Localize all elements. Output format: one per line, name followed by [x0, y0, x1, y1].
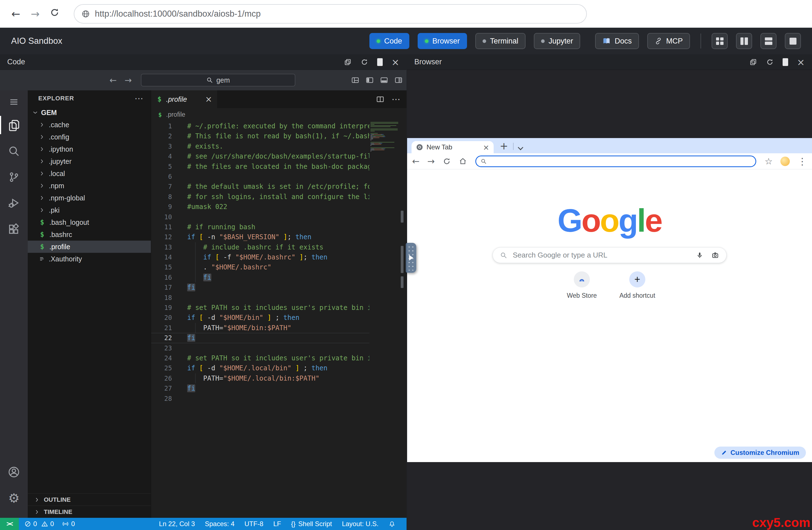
code-line-22[interactable]: 22fi [151, 333, 369, 343]
duplicate-panel-icon[interactable] [749, 58, 757, 66]
sidebar-item-run-debug[interactable] [0, 190, 28, 216]
code-line-21[interactable]: 21 PATH="$HOME/bin:$PATH" [151, 323, 369, 333]
tree-item-gem[interactable]: GEM [28, 106, 151, 119]
problems-status[interactable]: 0 0 [25, 520, 54, 528]
code-line-27[interactable]: 27fi [151, 383, 369, 393]
code-line-23[interactable]: 23 [151, 343, 369, 353]
toggle-secondary-sidebar-icon[interactable] [394, 76, 403, 84]
code-line-11[interactable]: 11# if running bash [151, 222, 369, 232]
code-line-28[interactable]: 28 [151, 394, 369, 403]
tab-code[interactable]: Code [369, 33, 409, 49]
code-line-25[interactable]: 25if [ -d "$HOME/.local/bin" ] ; then [151, 363, 369, 373]
code-line-8[interactable]: 8# for ssh logins, install and configure… [151, 192, 369, 202]
omnibox[interactable] [475, 156, 756, 167]
new-tab-plus-icon[interactable]: + [500, 141, 508, 151]
tree-item-npm[interactable]: .npm [28, 180, 151, 192]
browser-forward-icon[interactable]: → [427, 156, 435, 166]
history-back-icon[interactable]: ← [110, 75, 117, 85]
command-search-box[interactable]: gem [141, 74, 295, 87]
sidebar-item-explorer[interactable] [0, 112, 28, 138]
scrollbar-mark[interactable] [401, 211, 404, 223]
layout-rows-button[interactable] [760, 33, 777, 49]
tree-item-cache[interactable]: .cache [28, 119, 151, 131]
remote-indicator[interactable]: >< [0, 518, 19, 530]
code-line-1[interactable]: 1# ~/.profile: executed by the command i… [151, 121, 369, 131]
close-panel-icon[interactable]: × [797, 57, 805, 67]
cursor-position[interactable]: Ln 22, Col 3 [159, 520, 195, 528]
section-outline[interactable]: OUTLINE [28, 494, 151, 505]
scrollbar-mark[interactable] [401, 246, 404, 273]
tree-item-npm-global[interactable]: .npm-global [28, 192, 151, 204]
code-line-3[interactable]: 3# exists. [151, 142, 369, 151]
google-search-box[interactable] [493, 247, 727, 263]
back-icon[interactable]: ← [10, 8, 22, 20]
settings-gear-icon[interactable]: ⚙ [0, 485, 28, 511]
layout-single-button[interactable] [785, 33, 801, 49]
omnibox-input[interactable] [490, 157, 751, 165]
tree-item-bashrc[interactable]: $.bashrc [28, 229, 151, 240]
profile-avatar[interactable] [780, 157, 790, 166]
code-line-12[interactable]: 12if [ -n "$BASH_VERSION" ]; then [151, 232, 369, 242]
address-bar[interactable]: http://localhost:10000/sandbox/aiosb-1/m… [74, 4, 587, 24]
code-line-2[interactable]: 2# This file is not read by bash(1), if … [151, 131, 369, 141]
browser-back-icon[interactable]: ← [412, 156, 420, 166]
tab-close-icon[interactable]: × [205, 95, 212, 103]
code-line-26[interactable]: 26 PATH="$HOME/.local/bin:$PATH" [151, 373, 369, 383]
code-line-14[interactable]: 14 if [ -f "$HOME/.bashrc" ]; then [151, 252, 369, 262]
ports-status[interactable]: 0 [62, 520, 75, 528]
code-line-13[interactable]: 13 # include .bashrc if it exists [151, 242, 369, 252]
lens-camera-icon[interactable] [711, 251, 719, 259]
history-forward-icon[interactable]: → [125, 75, 132, 85]
tab-browser[interactable]: Browser [418, 33, 467, 49]
refresh-panel-icon[interactable] [361, 58, 368, 66]
voice-search-mic-icon[interactable] [696, 251, 704, 259]
customize-chromium-button[interactable]: Customize Chromium [714, 446, 806, 459]
code-line-19[interactable]: 19# set PATH so it includes user's priva… [151, 303, 369, 313]
code-line-16[interactable]: 16 fi [151, 273, 369, 282]
section-timeline[interactable]: TIMELINE [28, 505, 151, 518]
customize-layout-icon[interactable] [351, 76, 359, 84]
tab-terminal[interactable]: Terminal [475, 33, 525, 49]
code-line-7[interactable]: 7# the default umask is set in /etc/prof… [151, 181, 369, 192]
scrollbar-mark[interactable] [401, 276, 404, 288]
duplicate-panel-icon[interactable] [344, 58, 352, 66]
editor-tab-profile[interactable]: $ .profile × [151, 90, 217, 108]
tree-item-profile[interactable]: $.profile [28, 240, 151, 253]
code-line-5[interactable]: 5# the files are located in the bash-doc… [151, 162, 369, 172]
maximize-panel-icon[interactable] [783, 58, 788, 66]
indentation[interactable]: Spaces: 4 [205, 520, 235, 528]
chromium-tab-new-tab[interactable]: New Tab × [411, 141, 494, 153]
sidebar-item-source-control[interactable] [0, 164, 28, 190]
shortcut-add-shortcut[interactable]: +Add shortcut [619, 271, 655, 299]
mcp-button[interactable]: MCP [647, 33, 690, 49]
split-editor-icon[interactable] [376, 95, 385, 103]
code-line-15[interactable]: 15 . "$HOME/.bashrc" [151, 262, 369, 272]
tree-item-config[interactable]: .config [28, 131, 151, 143]
bookmark-star-icon[interactable]: ☆ [765, 156, 773, 166]
google-search-input[interactable] [512, 251, 691, 260]
encoding[interactable]: UTF-8 [244, 520, 263, 528]
code-line-6[interactable]: 6 [151, 172, 369, 181]
browser-reload-icon[interactable] [443, 157, 451, 165]
tree-item-jupyter[interactable]: .jupyter [28, 155, 151, 167]
sidebar-item-extensions[interactable] [0, 216, 28, 242]
minimap[interactable] [369, 122, 398, 153]
docs-button[interactable]: Docs [595, 33, 639, 49]
code-line-9[interactable]: 9#umask 022 [151, 202, 369, 212]
code-line-20[interactable]: 20if [ -d "$HOME/bin" ] ; then [151, 313, 369, 323]
menu-hamburger-icon[interactable] [0, 92, 28, 112]
tab-search-chevron-icon[interactable] [518, 145, 523, 150]
forward-icon[interactable]: → [29, 8, 42, 20]
browser-menu-kebab-icon[interactable]: ⋮ [798, 156, 807, 167]
keyboard-layout[interactable]: Layout: U.S. [342, 520, 379, 528]
toggle-panel-icon[interactable] [380, 76, 388, 84]
code-line-10[interactable]: 10 [151, 212, 369, 222]
home-icon[interactable] [459, 157, 467, 165]
explorer-more-actions-icon[interactable]: ⋯ [134, 93, 144, 104]
tree-item-local[interactable]: .local [28, 167, 151, 180]
notifications-bell-icon[interactable] [389, 520, 395, 528]
tab-close-icon[interactable]: × [483, 144, 489, 151]
eol[interactable]: LF [273, 520, 281, 528]
code-line-24[interactable]: 24# set PATH so it includes user's priva… [151, 353, 369, 363]
reload-icon[interactable] [48, 8, 61, 20]
